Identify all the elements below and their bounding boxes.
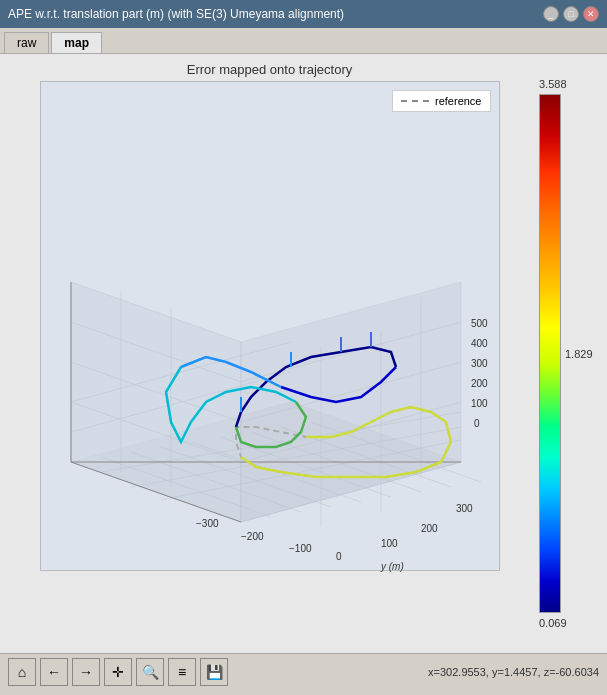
svg-text:−100: −100 [289,543,312,554]
minimize-button[interactable]: _ [543,6,559,22]
svg-marker-2 [241,282,461,522]
save-button[interactable]: 💾 [200,658,228,686]
maximize-button[interactable]: □ [563,6,579,22]
close-button[interactable]: ✕ [583,6,599,22]
svg-text:300: 300 [456,503,473,514]
svg-text:200: 200 [421,523,438,534]
plot-section: Error mapped onto trajectory reference [0,54,535,653]
svg-text:400: 400 [471,338,488,349]
legend-line-icon [401,100,429,102]
tab-map[interactable]: map [51,32,102,53]
plot-title: Error mapped onto trajectory [8,62,531,77]
colorbar-tick-mid: 1.829 [565,348,593,360]
configure-button[interactable]: ≡ [168,658,196,686]
legend-box: reference [392,90,490,112]
svg-text:0: 0 [474,418,480,429]
status-bar: ⌂ ← → ✛ 🔍 ≡ 💾 x=302.9553, y=1.4457, z=-6… [0,653,607,689]
trajectory-plot: 500 400 300 200 100 0 300 200 100 0 −100… [41,82,501,572]
svg-text:300: 300 [471,358,488,369]
pan-button[interactable]: ✛ [104,658,132,686]
chart-container[interactable]: reference [40,81,500,571]
window-controls: _ □ ✕ [543,6,599,22]
svg-text:500: 500 [471,318,488,329]
tabs-bar: raw map [0,28,607,54]
svg-text:0: 0 [336,551,342,562]
colorbar-inner: 1.829 [539,94,593,613]
svg-text:200: 200 [471,378,488,389]
main-content: Error mapped onto trajectory reference [0,54,607,653]
colorbar-min-label: 0.069 [539,617,567,629]
window-title: APE w.r.t. translation part (m) (with SE… [8,7,344,21]
back-button[interactable]: ← [40,658,68,686]
svg-text:y (m): y (m) [380,561,404,572]
tab-raw[interactable]: raw [4,32,49,53]
svg-text:100: 100 [471,398,488,409]
legend-label: reference [435,95,481,107]
svg-text:100: 100 [381,538,398,549]
svg-text:−200: −200 [241,531,264,542]
colorbar-section: 3.588 1.829 0.069 [535,54,607,653]
colorbar-gradient [539,94,561,613]
forward-button[interactable]: → [72,658,100,686]
svg-marker-1 [71,282,241,522]
coordinates-display: x=302.9553, y=1.4457, z=-60.6034 [428,666,599,678]
colorbar-max-label: 3.588 [539,78,567,90]
svg-text:−300: −300 [196,518,219,529]
zoom-button[interactable]: 🔍 [136,658,164,686]
title-bar: APE w.r.t. translation part (m) (with SE… [0,0,607,28]
home-button[interactable]: ⌂ [8,658,36,686]
colorbar-ticks: 1.829 [561,94,593,613]
